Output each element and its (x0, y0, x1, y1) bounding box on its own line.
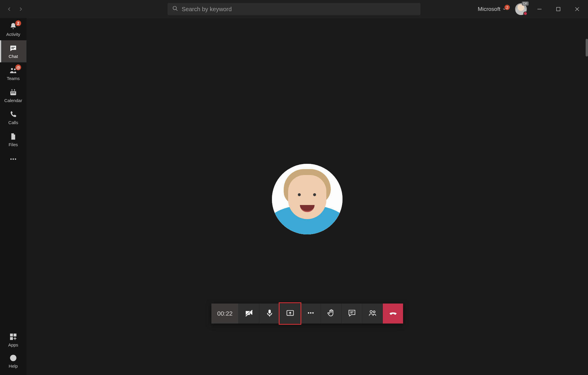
svg-rect-7 (11, 48, 14, 49)
svg-point-26 (13, 359, 14, 360)
svg-rect-29 (268, 310, 271, 314)
svg-rect-21 (14, 334, 16, 336)
rail-label: Teams (7, 76, 20, 81)
share-screen-icon (286, 309, 295, 319)
hang-up-icon (389, 309, 397, 319)
teams-mention-badge: @ (15, 64, 21, 70)
rail-label: Activity (6, 32, 20, 37)
svg-point-34 (310, 312, 311, 314)
activity-badge: 2 (15, 20, 21, 26)
rail-label: Apps (8, 342, 18, 347)
svg-point-38 (370, 311, 372, 313)
call-control-bar: 00:22 (211, 304, 403, 324)
call-stage: 00:22 (26, 18, 588, 375)
rail-label: Calendar (4, 98, 22, 103)
calendar-icon (9, 88, 18, 97)
svg-rect-11 (10, 90, 16, 91)
svg-rect-22 (10, 337, 13, 340)
window-minimize-button[interactable] (531, 3, 548, 15)
microphone-icon (265, 309, 274, 319)
people-icon (368, 309, 377, 319)
apps-icon (9, 332, 18, 341)
svg-rect-14 (11, 92, 12, 93)
chat-icon (9, 44, 18, 53)
svg-rect-3 (557, 7, 560, 11)
chat-icon (348, 309, 356, 319)
toggle-camera-button[interactable] (238, 304, 259, 324)
avatar-initials: DF (522, 1, 529, 6)
svg-line-1 (176, 9, 178, 11)
tenant-name: Microsoft (478, 6, 500, 12)
tenant-notification-badge: 2 (505, 5, 510, 10)
file-icon (9, 132, 18, 141)
search-input[interactable] (182, 6, 416, 13)
rail-files[interactable]: Files (0, 129, 26, 151)
rail-label: Help (9, 364, 18, 369)
raise-hand-button[interactable] (321, 304, 341, 324)
presence-indicator (523, 11, 527, 16)
ellipsis-icon (9, 155, 17, 164)
svg-rect-13 (14, 89, 15, 91)
profile-avatar[interactable]: DF (515, 3, 527, 15)
share-screen-button[interactable] (280, 304, 300, 324)
title-bar: Microsoft 2 DF (0, 0, 588, 18)
rail-more-apps[interactable] (0, 152, 26, 167)
svg-point-17 (10, 159, 12, 160)
nav-forward-button[interactable] (16, 5, 25, 13)
raise-hand-icon (327, 309, 336, 319)
rail-chat[interactable]: Chat (0, 40, 26, 62)
scrollbar-thumb[interactable] (586, 39, 588, 56)
rail-teams[interactable]: Teams @ (0, 62, 26, 84)
rail-help[interactable]: Help (0, 350, 26, 371)
show-participants-button[interactable] (362, 304, 382, 324)
svg-rect-6 (11, 47, 15, 48)
hang-up-button[interactable] (382, 304, 403, 324)
tenant-switcher[interactable]: Microsoft 2 (478, 6, 506, 12)
svg-point-18 (13, 159, 14, 160)
nav-back-button[interactable] (5, 5, 14, 13)
app-rail: Activity 2 Chat Teams @ Calendar Calls F… (0, 18, 26, 375)
participant-avatar (272, 164, 343, 234)
show-conversation-button[interactable] (341, 304, 362, 324)
svg-point-39 (373, 311, 375, 313)
help-icon (9, 354, 18, 362)
search-box[interactable] (168, 3, 420, 15)
toggle-mic-button[interactable] (259, 304, 280, 324)
svg-point-35 (312, 312, 314, 314)
window-close-button[interactable] (569, 3, 586, 15)
svg-rect-16 (14, 92, 15, 93)
svg-point-19 (15, 159, 16, 160)
ellipsis-icon (306, 309, 315, 319)
more-actions-button[interactable] (300, 304, 321, 324)
phone-icon (9, 110, 18, 119)
svg-rect-12 (12, 89, 12, 91)
rail-activity[interactable]: Activity 2 (0, 18, 26, 40)
svg-rect-20 (10, 334, 13, 336)
window-maximize-button[interactable] (550, 3, 567, 15)
search-icon (172, 6, 182, 13)
rail-apps[interactable]: Apps (0, 329, 26, 350)
rail-label: Files (9, 142, 18, 147)
call-duration: 00:22 (211, 304, 238, 324)
svg-point-8 (11, 68, 13, 70)
camera-off-icon (245, 309, 253, 319)
rail-label: Calls (8, 120, 18, 125)
svg-point-0 (173, 6, 177, 10)
svg-point-33 (308, 312, 309, 314)
rail-calendar[interactable]: Calendar (0, 84, 26, 106)
rail-calls[interactable]: Calls (0, 106, 26, 129)
svg-rect-15 (13, 92, 14, 93)
rail-label: Chat (9, 54, 18, 59)
